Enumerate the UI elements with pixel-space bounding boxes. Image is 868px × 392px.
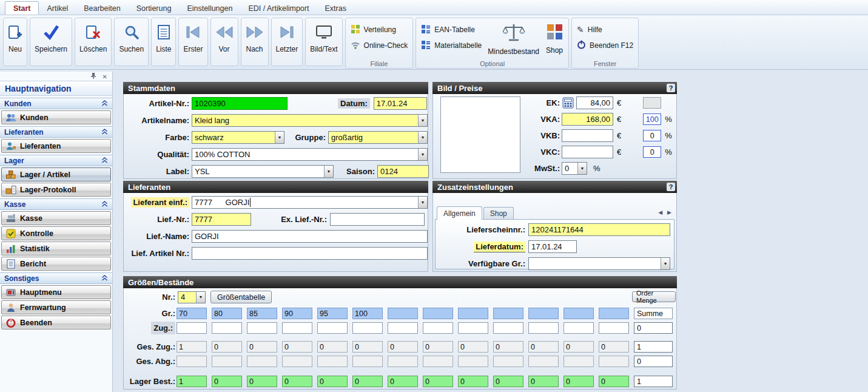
vkb-pct-field[interactable]: 0 <box>643 130 661 141</box>
lieferdatum-field[interactable]: 17.01.24 <box>528 240 577 253</box>
sidebar-item-statistik[interactable]: Statistik <box>1 242 111 255</box>
tab-bearbeiten[interactable]: Bearbeiten <box>76 2 128 15</box>
sidebar-item-hauptmenu[interactable]: Hauptmenu <box>1 285 111 299</box>
groessentabelle-button[interactable]: Größentabelle <box>210 291 272 303</box>
lief-artikel-nr-field[interactable] <box>192 247 428 260</box>
bild-text-button[interactable]: Bild/Text <box>305 18 342 66</box>
sidebar-section-kunden[interactable]: Kunden <box>0 98 112 109</box>
tab-artikel[interactable]: Artikel <box>39 2 76 15</box>
tab-shop[interactable]: Shop <box>483 207 514 220</box>
neu-button[interactable]: Neu <box>3 18 27 66</box>
dropdown-arrow-icon[interactable]: ▼ <box>661 258 670 269</box>
artikelname-combo[interactable]: Kleid lang▼ <box>192 114 428 127</box>
sidebar-section-lager[interactable]: Lager <box>0 155 112 166</box>
mindestbestand-button[interactable]: Mindestbestand <box>488 21 539 59</box>
help-button[interactable]: ? <box>667 183 675 191</box>
pin-icon[interactable] <box>90 72 96 81</box>
hilfe-button[interactable]: ✎ Hilfe <box>577 24 633 36</box>
sidebar-item-lager-protokoll[interactable]: Lager-Protokoll <box>1 183 111 197</box>
zug-input-cell[interactable] <box>599 322 629 334</box>
label-combo[interactable]: YSL▼ <box>192 165 334 178</box>
sidebar-section-kasse[interactable]: Kasse <box>0 198 112 210</box>
vka-pct-field[interactable]: 100 <box>643 113 661 125</box>
beenden-f12-button[interactable]: Beenden F12 <box>577 39 633 52</box>
tab-scroll-left-icon[interactable]: ◀ <box>658 209 662 215</box>
letzter-button[interactable]: Letzter <box>271 18 303 66</box>
dropdown-arrow-icon[interactable]: ▼ <box>196 292 205 303</box>
order-menge-button[interactable]: Order Menge <box>632 291 676 302</box>
sidebar-item-bericht[interactable]: Bericht <box>1 257 111 271</box>
online-check-button[interactable]: Online-Check <box>351 39 408 52</box>
verfuegbare-gr-combo[interactable]: ▼ <box>528 257 670 270</box>
help-button[interactable]: ? <box>667 84 675 92</box>
calculator-icon[interactable] <box>562 96 574 109</box>
tab-allgemein[interactable]: Allgemein <box>437 206 482 220</box>
lieferscheinnr-field[interactable]: 120241171644 <box>528 223 670 236</box>
zug-input-cell[interactable] <box>423 322 453 334</box>
vkc-field[interactable] <box>562 146 613 158</box>
qualitaet-combo[interactable]: 100% COTTON▼ <box>192 148 428 161</box>
vka-field[interactable]: 168,00 <box>562 113 613 126</box>
lieferant-einf-combo[interactable]: 7777 GORJI▼ <box>192 196 428 209</box>
zug-input-cell[interactable] <box>388 322 418 334</box>
dropdown-arrow-icon[interactable]: ▼ <box>418 132 427 143</box>
tab-start[interactable]: Start <box>5 1 39 15</box>
ek-field[interactable]: 84,00 <box>576 96 613 109</box>
ean-tabelle-button[interactable]: EAN-Tabelle <box>421 24 482 36</box>
sidebar-item-lieferanten[interactable]: Lieferanten <box>1 139 111 153</box>
nr-combo[interactable]: 4▼ <box>178 291 206 303</box>
dropdown-arrow-icon[interactable]: ▼ <box>418 115 427 126</box>
vor-button[interactable]: Vor <box>210 18 238 66</box>
materialtabelle-button[interactable]: Materialtabelle <box>421 39 482 52</box>
zug-input-cell[interactable] <box>493 322 523 334</box>
speichern-button[interactable]: Speichern <box>30 18 72 66</box>
dropdown-arrow-icon[interactable]: ▼ <box>324 166 333 177</box>
sidebar-item-beenden[interactable]: Beenden <box>1 316 111 329</box>
vkc-pct-field[interactable]: 0 <box>643 146 661 158</box>
suchen-button[interactable]: Suchen <box>114 18 149 66</box>
artikel-nr-field[interactable]: 1020390 <box>192 97 288 110</box>
tab-extras[interactable]: Extras <box>317 2 354 15</box>
sidebar-item-kontrolle[interactable]: Kontrolle <box>1 226 111 240</box>
mwst-combo[interactable]: 0▼ <box>562 162 587 175</box>
loeschen-button[interactable]: Löschen <box>75 18 112 66</box>
close-icon[interactable]: ✕ <box>103 74 107 80</box>
sidebar-section-lieferanten[interactable]: Lieferanten <box>0 126 112 138</box>
gruppe-combo[interactable]: großartig▼ <box>328 131 428 144</box>
zug-input-cell[interactable] <box>528 322 559 334</box>
tab-einstellungen[interactable]: Einstellungen <box>179 2 240 15</box>
verteilung-button[interactable]: Verteilung <box>351 24 408 36</box>
sidebar-item-kunden[interactable]: Kunden <box>1 110 111 124</box>
zug-input-cell[interactable] <box>458 322 488 334</box>
farbe-combo[interactable]: schwarz▼ <box>192 131 284 144</box>
article-image-placeholder[interactable] <box>440 96 520 173</box>
zug-input-cell[interactable] <box>177 322 207 334</box>
sidebar-item-fernwartung[interactable]: Fernwartung <box>1 300 111 314</box>
tab-scroll-right-icon[interactable]: ▶ <box>667 209 671 215</box>
zug-input-cell[interactable] <box>564 322 594 334</box>
lief-name-field[interactable]: GORJI <box>192 230 428 243</box>
vkb-field[interactable] <box>562 129 613 142</box>
zug-input-cell[interactable] <box>317 322 348 334</box>
liste-button[interactable]: Liste <box>151 18 176 66</box>
dropdown-arrow-icon[interactable]: ▼ <box>577 163 587 174</box>
dropdown-arrow-icon[interactable]: ▼ <box>418 149 427 160</box>
shop-button[interactable]: Shop <box>545 21 564 59</box>
sidebar-section-sonstiges[interactable]: Sonstiges <box>0 272 112 284</box>
sidebar-item-lager-artikel[interactable]: Lager / Artikel <box>1 167 111 181</box>
zug-input-cell[interactable] <box>247 322 277 334</box>
lief-nr-field[interactable]: 7777 <box>192 213 251 226</box>
ex-lief-nr-field[interactable] <box>330 213 425 226</box>
tab-edi-artikelimport[interactable]: EDI / Artikelimport <box>240 2 317 15</box>
nach-button[interactable]: Nach <box>241 18 269 66</box>
erster-button[interactable]: Erster <box>178 18 207 66</box>
datum-field[interactable]: 17.01.24 <box>374 97 427 110</box>
zug-input-cell[interactable] <box>352 322 383 334</box>
tab-sortierung[interactable]: Sortierung <box>129 2 180 15</box>
sidebar-item-kasse[interactable]: Kasse <box>1 211 111 225</box>
zug-input-cell[interactable] <box>212 322 242 334</box>
dropdown-arrow-icon[interactable]: ▼ <box>275 132 284 143</box>
zug-input-cell[interactable] <box>282 322 312 334</box>
saison-field[interactable]: 0124 <box>377 165 429 178</box>
dropdown-arrow-icon[interactable]: ▼ <box>418 197 427 208</box>
